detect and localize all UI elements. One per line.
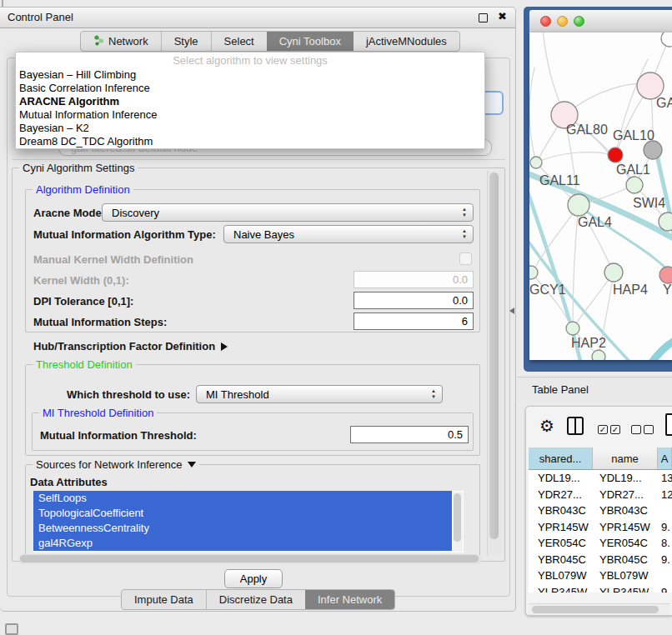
float-window-icon[interactable] [479, 13, 488, 22]
network-node-label: SWI4 [633, 196, 665, 210]
table-row[interactable]: YLR345WYLR345W9. [529, 584, 672, 593]
tab-label: Impute Data [134, 593, 193, 606]
network-node[interactable] [530, 157, 542, 168]
dpi-tolerance-field[interactable]: 0.0 [354, 292, 474, 309]
mi-steps-field[interactable]: 6 [354, 312, 474, 330]
algorithm-option[interactable]: Dream8 DC_TDC Algorithm [16, 135, 484, 148]
unchecked-checkbox-icon[interactable] [644, 425, 654, 434]
checked-checkbox-icon[interactable]: ✓ [610, 425, 620, 434]
unchecked-checkbox-icon[interactable] [631, 425, 641, 434]
table-cell: YDL19... [593, 472, 658, 484]
manual-kernel-checkbox[interactable] [459, 252, 472, 265]
table-row[interactable]: YBR043CYBR043C [529, 502, 672, 519]
columns-icon[interactable] [567, 417, 584, 435]
which-threshold-combo[interactable]: MI Threshold ▲▼ [196, 385, 443, 403]
algorithm-option[interactable]: Bayesian – K2 [16, 122, 484, 135]
column-header-shared-[interactable]: shared... [529, 448, 593, 469]
column-header-a[interactable]: A [658, 448, 672, 469]
checked-checkbox-icon[interactable]: ✓ [598, 425, 608, 434]
mi-threshold-title: MI Threshold Definition [39, 407, 157, 419]
apply-button[interactable]: Apply [224, 569, 283, 588]
tab-select[interactable]: Select [211, 32, 267, 51]
tab-label: Select [224, 35, 254, 48]
tab-infer-network[interactable]: Infer Network [305, 590, 394, 609]
data-attribute-item-selected[interactable]: gal4RGexp [33, 536, 452, 551]
table-horizontal-scrollbar[interactable] [529, 603, 670, 615]
network-node[interactable] [659, 267, 672, 283]
table-cell: YBL079W [529, 569, 593, 582]
algorithm-option[interactable]: ARACNE Algorithm [16, 95, 484, 108]
network-node-label: GCY1 [529, 282, 566, 297]
network-node[interactable] [626, 177, 643, 193]
table-cell: YDR27... [529, 488, 593, 501]
combo-arrows-icon: ▲▼ [462, 228, 467, 240]
table-cell: 9. [658, 586, 672, 592]
tab-style[interactable]: Style [161, 32, 211, 51]
network-node-label: GAL11 [539, 173, 580, 188]
mi-threshold-value: 0.5 [448, 428, 463, 441]
tab-impute-data[interactable]: Impute Data [122, 590, 206, 609]
table-header-row: shared...nameA [529, 448, 672, 470]
data-attribute-item-selected[interactable]: BetweennessCentrality [33, 521, 452, 536]
gear-icon[interactable]: ⚙ [539, 416, 554, 436]
settings-vertical-scrollbar[interactable] [487, 171, 501, 555]
network-edge[interactable] [651, 338, 672, 360]
table-row[interactable]: YDL19...YDL19...13 [529, 470, 672, 487]
tab-discretize-data[interactable]: Discretize Data [206, 590, 305, 609]
table-cell: YDR27... [593, 488, 658, 501]
attributes-scrollbar[interactable] [453, 492, 463, 552]
settings-horizontal-scrollbar[interactable] [18, 554, 482, 564]
table-row[interactable]: YPR145WYPR145W9. [529, 519, 672, 536]
network-canvas[interactable]: GALGAL80GAL10GAL11GAL1SWI4GAL4GCY1HAP4YH… [529, 32, 672, 360]
network-node[interactable] [661, 32, 672, 47]
mi-threshold-field[interactable]: 0.5 [350, 426, 469, 443]
network-edge[interactable] [529, 68, 536, 162]
close-icon[interactable]: ✖ [498, 10, 507, 22]
data-attribute-item-selected[interactable]: SelfLoops [33, 491, 452, 506]
tab-cyni-toolbox[interactable]: Cyni Toolbox [267, 32, 354, 51]
splitter-grip[interactable] [509, 308, 514, 314]
table-row[interactable]: YDR27...YDR27...12 [529, 487, 672, 503]
hub-definition-toggle[interactable]: Hub/Transcription Factor Definition [33, 340, 228, 352]
algorithm-option[interactable]: Bayesian – Hill Climbing [16, 68, 484, 82]
threshold-definition-title: Threshold Definition [33, 358, 136, 371]
hidden-group-border [12, 159, 505, 160]
zoom-traffic-light[interactable] [574, 16, 584, 27]
table-cell: YBR043C [529, 504, 593, 517]
tab-network[interactable]: Network [81, 32, 161, 51]
document-icon[interactable] [665, 413, 672, 436]
mi-type-label: Mutual Information Algorithm Type: [33, 228, 216, 241]
network-node[interactable] [604, 263, 623, 282]
network-node-label: HAP4 [613, 282, 648, 297]
close-traffic-light[interactable] [540, 16, 551, 27]
which-threshold-value: MI Threshold [206, 388, 269, 401]
network-node[interactable] [608, 148, 623, 162]
mi-type-combo[interactable]: Naive Bayes ▲▼ [223, 225, 474, 243]
network-node[interactable] [644, 141, 662, 159]
tab-jactivemnodules[interactable]: jActiveMNodules [354, 32, 459, 51]
aracne-mode-combo[interactable]: Discovery ▲▼ [102, 203, 474, 222]
docked-panel-icon[interactable] [5, 623, 18, 635]
data-attribute-item-selected[interactable]: TopologicalCoefficient [33, 506, 452, 521]
table-cell: YER054C [593, 537, 658, 549]
tab-label: jActiveMNodules [366, 35, 447, 48]
panel-title: Control Panel [8, 11, 73, 23]
table-row[interactable]: YBL079WYBL079W [529, 568, 672, 584]
sources-title-toggle[interactable]: Sources for Network Inference [33, 458, 199, 471]
algorithm-option[interactable]: Basic Correlation Inference [16, 82, 484, 95]
network-node[interactable] [568, 194, 589, 216]
network-node[interactable] [592, 350, 605, 360]
network-node[interactable] [529, 266, 538, 279]
network-node-label: GAL10 [613, 128, 654, 142]
kernel-width-field[interactable]: 0.0 [354, 271, 474, 288]
network-node-label: GAL4 [578, 215, 612, 229]
table-row[interactable]: YER054CYER054C8. [529, 535, 672, 552]
table-row[interactable]: YBR045CYBR045C9. [529, 552, 672, 568]
network-node[interactable] [659, 212, 672, 231]
algorithm-option[interactable]: Mutual Information Inference [16, 108, 484, 122]
column-header-name[interactable]: name [593, 448, 658, 469]
combo-arrows-icon: ▲▼ [431, 388, 436, 400]
minimize-traffic-light[interactable] [557, 16, 568, 27]
network-node[interactable] [566, 322, 579, 335]
network-node-label: HAP2 [571, 336, 606, 350]
